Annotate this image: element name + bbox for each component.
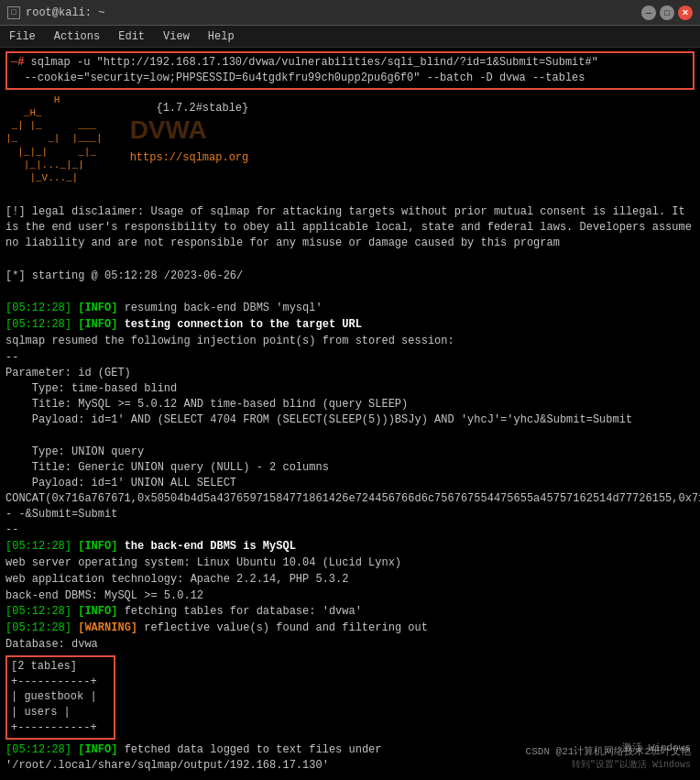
table-row-guestbook: | guestbook | [11, 689, 110, 705]
disclaimer-line: [!] legal disclaimer: Usage of sqlmap fo… [5, 204, 695, 250]
dbms-line: back-end DBMS: MySQL >= 5.0.12 [5, 588, 695, 604]
tables-count: [2 tables] [11, 659, 110, 675]
table-row-users: | users | [11, 705, 110, 720]
command-block: ─# sqlmap -u "http://192.168.17.130/dvwa… [5, 51, 695, 90]
log-warning: [05:12:28] [WARNING] reflective value(s)… [5, 621, 695, 636]
prompt-symbol: ─# [11, 56, 31, 69]
os-line: web server operating system: Linux Ubunt… [5, 555, 695, 571]
logo-block: H _H_ _| |_ ___ |_ _| |___| |_|_| _|_ |_… [5, 93, 695, 185]
window-icon-symbol: □ [11, 8, 16, 17]
log-line-3: sqlmap resumed the following injection p… [5, 334, 695, 349]
log-line-dbms: [05:12:28] [INFO] the back-end DBMS is M… [5, 539, 695, 555]
separator-1: -- [5, 350, 695, 366]
table-block: [2 tables] +-----------+ | guestbook | |… [5, 655, 115, 740]
titlebar: □ root@kali: ~ ─ □ ✕ [0, 0, 700, 26]
db-name-line: Database: dvwa [5, 637, 695, 653]
titlebar-title: root@kali: ~ [26, 6, 104, 19]
logo-ascii: H _H_ _| |_ ___ |_ _| |___| |_|_| _|_ |_… [5, 93, 103, 185]
log-fetching: [05:12:28] [INFO] fetching tables for da… [5, 604, 695, 620]
log-line-2: [05:12:28] [INFO] testing connection to … [5, 317, 695, 333]
menu-edit[interactable]: Edit [115, 28, 148, 45]
titlebar-left: □ root@kali: ~ [7, 6, 104, 19]
dvwa-watermark: DVWA [130, 112, 249, 148]
menu-help[interactable]: Help [204, 28, 238, 45]
log-line-1: [05:12:28] [INFO] resuming back-end DBMS… [5, 301, 695, 316]
param-section: Parameter: id (GET) Type: time-based bli… [5, 366, 695, 427]
menu-actions[interactable]: Actions [50, 28, 104, 45]
menu-view[interactable]: View [159, 28, 193, 45]
terminal[interactable]: ─# sqlmap -u "http://192.168.17.130/dvwa… [0, 48, 700, 780]
maximize-button[interactable]: □ [660, 5, 674, 20]
union-section: Type: UNION query Title: Generic UNION q… [5, 445, 695, 522]
separator-2: -- [5, 522, 695, 538]
watermark: CSDN @21计算机网络技术2班叶文艳 转到"设置"以激活 Windows [526, 744, 691, 771]
command-text: sqlmap -u "http://192.168.17.130/dvwa/vu… [11, 56, 598, 84]
logo-right: {1.7.2#stable} DVWA https://sqlmap.org [130, 101, 249, 166]
sqlmap-url: https://sqlmap.org [130, 150, 249, 166]
window-icon: □ [7, 6, 20, 19]
table-border-bottom: +-----------+ [11, 720, 110, 736]
tech-line: web application technology: Apache 2.2.1… [5, 572, 695, 588]
close-button[interactable]: ✕ [678, 5, 693, 20]
menu-file[interactable]: File [5, 28, 39, 45]
table-border-top: +-----------+ [11, 675, 110, 690]
sqlmap-url-link[interactable]: https://sqlmap.org [130, 151, 249, 164]
titlebar-controls: ─ □ ✕ [641, 5, 693, 20]
minimize-button[interactable]: ─ [641, 5, 656, 20]
starting-line: [*] starting @ 05:12:28 /2023-06-26/ [5, 269, 695, 284]
menubar: File Actions Edit View Help [0, 26, 700, 48]
